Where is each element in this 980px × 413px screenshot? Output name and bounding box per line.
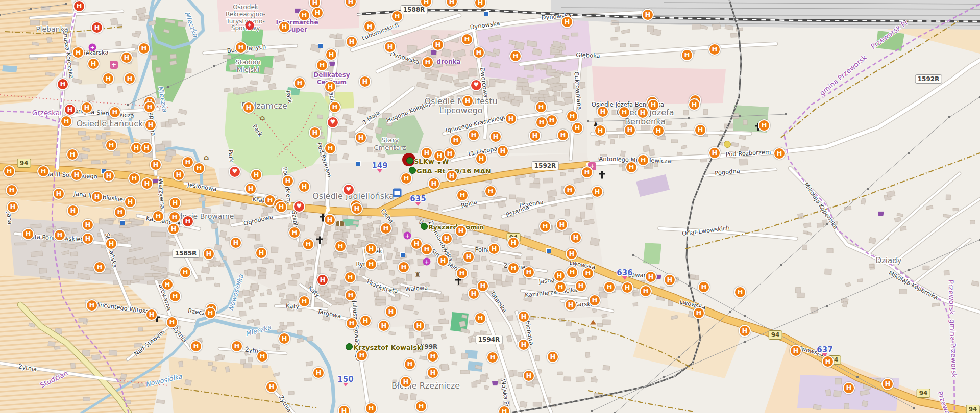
- hydrant-marker[interactable]: H: [594, 124, 606, 137]
- hydrant-marker[interactable]: H: [881, 378, 894, 390]
- hydrant-marker[interactable]: H: [140, 142, 153, 154]
- hydrant-marker[interactable]: H: [359, 75, 371, 88]
- hydrant-marker[interactable]: H: [564, 184, 576, 196]
- hydrant-marker[interactable]: H: [518, 339, 530, 351]
- hydrant-marker[interactable]: H: [570, 231, 582, 244]
- hydrant-marker[interactable]: H: [102, 72, 114, 85]
- hydrant-marker[interactable]: H: [553, 270, 566, 282]
- hydrant-marker[interactable]: H: [773, 147, 786, 160]
- hydrant-marker[interactable]: H: [346, 317, 358, 329]
- hydrant-marker[interactable]: H: [739, 325, 751, 337]
- hydrant-marker[interactable]: H: [446, 0, 458, 8]
- hydrant-marker[interactable]: H: [351, 202, 363, 215]
- hydrant-marker[interactable]: H: [344, 271, 356, 283]
- hydrant-marker[interactable]: H: [681, 49, 693, 61]
- hydrant-marker[interactable]: H: [497, 145, 509, 157]
- hydrant-marker[interactable]: H: [312, 367, 325, 379]
- hydrant-marker[interactable]: H: [507, 262, 520, 274]
- hydrant-marker[interactable]: H: [359, 315, 372, 327]
- hydrant-marker[interactable]: H: [109, 106, 121, 118]
- hydrant-marker[interactable]: H: [82, 219, 94, 231]
- hydrant-marker[interactable]: H: [404, 358, 416, 370]
- hydrant-marker-red[interactable]: H: [316, 274, 329, 286]
- hydrant-marker[interactable]: H: [708, 43, 721, 56]
- hydrant-marker[interactable]: H: [636, 107, 649, 119]
- hydrant-marker[interactable]: H: [3, 165, 15, 177]
- hydrant-marker[interactable]: H: [444, 147, 456, 160]
- hydrant-marker[interactable]: H: [380, 222, 392, 235]
- hydrant-marker[interactable]: H: [505, 113, 517, 125]
- hydrant-marker[interactable]: H: [167, 223, 180, 235]
- vehicle-marker[interactable]: [406, 157, 413, 164]
- hydrant-marker-red[interactable]: H: [182, 215, 194, 227]
- hydrant-marker[interactable]: H: [589, 294, 601, 306]
- hydrant-marker[interactable]: H: [486, 351, 499, 364]
- hydrant-marker[interactable]: H: [324, 214, 336, 226]
- hydrant-marker[interactable]: H: [694, 124, 706, 136]
- hydrant-marker[interactable]: H: [244, 183, 257, 195]
- hydrant-marker[interactable]: H: [473, 46, 485, 59]
- vehicle-marker[interactable]: [409, 167, 416, 174]
- hydrant-marker[interactable]: H: [415, 400, 427, 412]
- hydrant-marker[interactable]: H: [518, 311, 530, 323]
- hydrant-marker[interactable]: H: [203, 248, 215, 260]
- hydrant-marker[interactable]: H: [311, 7, 324, 19]
- hydrant-marker[interactable]: H: [621, 281, 633, 294]
- hydrant-marker[interactable]: H: [507, 237, 520, 249]
- hydrant-marker[interactable]: H: [150, 159, 162, 171]
- hydrant-marker[interactable]: H: [166, 316, 178, 328]
- aed-heart-marker[interactable]: ♥: [342, 184, 355, 196]
- hydrant-marker[interactable]: H: [242, 101, 255, 114]
- hydrant-marker[interactable]: H: [298, 9, 310, 21]
- hydrant-marker[interactable]: H: [400, 376, 412, 388]
- hydrant-marker[interactable]: H: [144, 119, 157, 131]
- hydrant-marker[interactable]: H: [6, 184, 18, 196]
- hydrant-marker[interactable]: H: [640, 285, 652, 297]
- hydrant-marker[interactable]: H: [556, 219, 568, 231]
- hydrant-marker[interactable]: H: [152, 210, 164, 222]
- hydrant-marker[interactable]: H: [316, 59, 328, 71]
- aed-heart-marker[interactable]: ♥: [327, 116, 339, 128]
- hydrant-marker[interactable]: H: [60, 115, 72, 127]
- hydrant-marker[interactable]: H: [565, 299, 577, 311]
- hydrant-marker[interactable]: H: [474, 312, 486, 324]
- hydrant-marker[interactable]: H: [275, 201, 287, 213]
- hydrant-marker[interactable]: H: [124, 196, 136, 208]
- hydrant-marker[interactable]: H: [509, 50, 522, 62]
- hydrant-marker[interactable]: H: [169, 290, 181, 302]
- hydrant-marker[interactable]: H: [468, 288, 480, 300]
- hydrant-marker[interactable]: H: [190, 340, 202, 352]
- hydrant-marker[interactable]: H: [70, 169, 83, 181]
- hydrant-marker[interactable]: H: [645, 271, 657, 283]
- hydrant-marker[interactable]: H: [179, 266, 191, 278]
- hydrant-marker[interactable]: H: [86, 299, 98, 312]
- hydrant-marker[interactable]: H: [169, 197, 181, 209]
- hydrant-marker[interactable]: H: [624, 124, 636, 136]
- hydrant-marker[interactable]: H: [421, 243, 433, 255]
- hydrant-marker[interactable]: H: [413, 320, 425, 332]
- hydrant-marker[interactable]: H: [363, 20, 376, 33]
- hydrant-marker[interactable]: H: [91, 191, 103, 203]
- hydrant-marker[interactable]: H: [461, 33, 473, 45]
- hydrant-marker[interactable]: H: [468, 129, 480, 141]
- map-canvas[interactable]: Janusza KorczakaPiekarskaBudowlanychLubo…: [0, 0, 980, 413]
- hydrant-marker[interactable]: H: [421, 147, 433, 159]
- hydrant-marker[interactable]: H: [87, 58, 100, 70]
- hydrant-marker[interactable]: H: [734, 286, 746, 298]
- hydrant-marker[interactable]: H: [547, 351, 559, 363]
- aed-heart-marker[interactable]: ♥: [470, 79, 482, 91]
- hydrant-marker[interactable]: H: [250, 169, 262, 181]
- hydrant-marker[interactable]: H: [474, 0, 486, 9]
- hydrant-marker[interactable]: H: [67, 204, 79, 217]
- hydrant-marker[interactable]: H: [255, 247, 267, 259]
- hydrant-marker[interactable]: H: [365, 402, 377, 413]
- hydrant-marker[interactable]: H: [529, 130, 541, 142]
- hydrant-marker[interactable]: H: [581, 166, 593, 178]
- hydrant-marker[interactable]: H: [231, 340, 243, 352]
- hydrant-marker[interactable]: H: [489, 131, 502, 143]
- hydrant-marker[interactable]: H: [278, 332, 290, 345]
- hydrant-marker[interactable]: H: [446, 170, 458, 182]
- hydrant-marker[interactable]: H: [334, 240, 347, 252]
- hydrant-marker[interactable]: H: [324, 81, 336, 93]
- hydrant-marker[interactable]: H: [53, 188, 65, 200]
